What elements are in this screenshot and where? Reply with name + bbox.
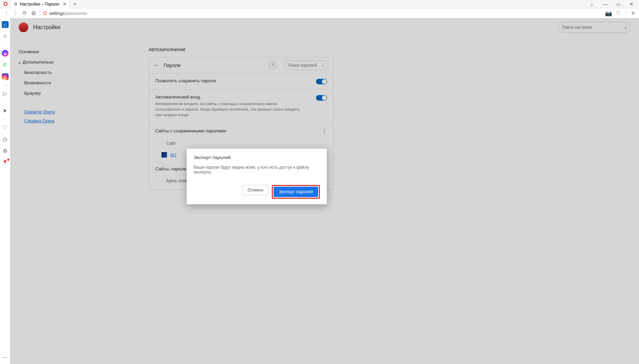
address-bar: ⟨ ⟩ ⟳ ⊞ O settings/passwords 📷 ♡ ≡ xyxy=(0,8,639,18)
url-text[interactable]: settings/passwords xyxy=(49,11,87,16)
rail-divider xyxy=(3,102,7,102)
star-icon[interactable]: ☆ xyxy=(2,33,9,40)
tab-title: Настройки – Пароли xyxy=(20,2,59,7)
back-button[interactable]: ⟨ xyxy=(2,9,11,18)
play-icon[interactable]: ▷ xyxy=(2,90,9,97)
tab-strip: O ⚙ Настройки – Пароли ✕ + ⌕ — ▭ ✕ xyxy=(0,0,639,8)
close-tab-icon[interactable]: ✕ xyxy=(63,1,67,7)
close-window-icon[interactable]: ✕ xyxy=(627,1,636,7)
speed-dial-icon[interactable]: ⊞ xyxy=(29,9,38,18)
export-passwords-dialog: Экспорт паролей Ваши пароли будут видны … xyxy=(187,149,327,204)
send-icon[interactable]: ➤ xyxy=(2,107,9,114)
snapshot-icon[interactable]: 📷 xyxy=(605,10,612,17)
window-controls: ⌕ — ▭ ✕ xyxy=(587,1,639,7)
export-passwords-button[interactable]: Экспорт паролей xyxy=(274,187,318,197)
new-tab-button[interactable]: + xyxy=(70,1,80,7)
minimize-icon[interactable]: — xyxy=(600,1,610,7)
separator xyxy=(626,10,626,16)
home-icon[interactable]: ⌂ xyxy=(2,21,9,28)
gear-icon: ⚙ xyxy=(14,2,18,7)
separator xyxy=(39,10,40,16)
cancel-button[interactable]: Отмена xyxy=(242,185,268,195)
maximize-icon[interactable]: ▭ xyxy=(613,1,623,7)
messenger-icon[interactable]: ◒ xyxy=(2,50,9,57)
history-icon[interactable]: ◷ xyxy=(2,136,9,143)
dialog-body: Ваши пароли будут видны всем, у кого ест… xyxy=(194,165,320,175)
forward-button[interactable]: ⟩ xyxy=(11,9,20,18)
instagram-icon[interactable]: ◻ xyxy=(2,73,9,80)
whatsapp-icon[interactable]: ✆ xyxy=(2,62,9,68)
left-rail: ⌂ ☆ ◒ ✆ ◻ ▷ ➤ ♡ ◷ ⚙ 📍 ⋯ xyxy=(0,18,10,364)
heart-rail-icon[interactable]: ♡ xyxy=(2,124,9,131)
highlight-box: Экспорт паролей xyxy=(272,185,320,199)
dialog-title: Экспорт паролей xyxy=(194,155,320,160)
settings-rail-icon[interactable]: ⚙ xyxy=(2,148,9,155)
rail-divider xyxy=(3,85,7,85)
reload-button[interactable]: ⟳ xyxy=(20,9,29,18)
heart-icon[interactable]: ♡ xyxy=(614,10,622,17)
more-rail-icon[interactable]: ⋯ xyxy=(2,354,9,361)
rail-divider xyxy=(3,119,7,119)
dialog-buttons: Отмена Экспорт паролей xyxy=(194,185,320,199)
site-favicon-icon: O xyxy=(43,10,47,16)
rail-divider xyxy=(3,45,7,45)
menu-icon[interactable]: ≡ xyxy=(629,10,637,16)
browser-tab[interactable]: ⚙ Настройки – Пароли ✕ xyxy=(11,0,70,8)
opera-logo-icon[interactable]: O xyxy=(1,0,10,8)
pin-icon[interactable]: 📍 xyxy=(2,159,9,166)
tab-search-icon[interactable]: ⌕ xyxy=(587,1,597,7)
